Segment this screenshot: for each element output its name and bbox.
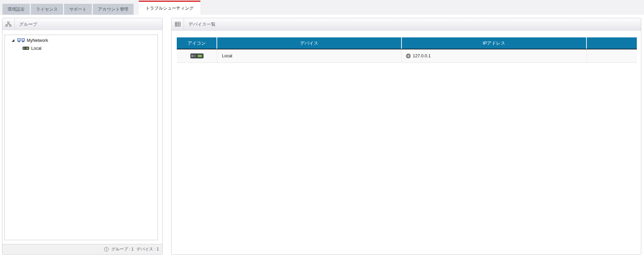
sitemap-icon: [5, 22, 11, 27]
group-panel-icon-cell: [2, 18, 15, 30]
device-count: デバイス : 1: [136, 246, 159, 252]
tree-node-label[interactable]: MyNetwork: [27, 38, 48, 43]
device-table-header: アイコン デバイス IPアドレス: [177, 37, 637, 49]
network-computers-icon: [17, 38, 25, 43]
expander-icon[interactable]: [12, 39, 14, 42]
tab-license[interactable]: ライセンス: [31, 4, 63, 15]
tree-node-label[interactable]: Local: [31, 46, 41, 51]
ip-address-text: 127.0.0.1: [413, 54, 431, 58]
column-header-spacer: [587, 37, 637, 49]
row-spacer-cell: [587, 49, 637, 62]
device-panel-icon-cell: [172, 18, 184, 30]
device-icon-cell: [177, 49, 217, 62]
group-tree: MyNetwork Local: [4, 35, 158, 240]
device-list-panel: デバイス一覧 アイコン デバイス IPアドレス Local: [171, 18, 641, 255]
tab-account-management[interactable]: アカウント管理: [93, 4, 134, 15]
group-count: グループ : 1: [111, 246, 134, 252]
column-header-icon[interactable]: アイコン: [177, 37, 217, 49]
group-tree-area: MyNetwork Local: [2, 30, 162, 244]
device-panel-header: デバイス一覧: [172, 18, 641, 31]
device-panel-title: デバイス一覧: [184, 18, 215, 30]
table-grid-icon: [175, 22, 181, 26]
group-panel: グループ MyNetwork: [2, 18, 163, 255]
group-panel-header: グループ: [2, 18, 162, 31]
tab-strip: 環境設定 ライセンス サポート アカウント管理 トラブルシューティング: [0, 0, 644, 15]
rack-server-icon: [23, 47, 29, 50]
table-row[interactable]: Local 127.0.0.1: [177, 49, 637, 63]
column-header-ip-address[interactable]: IPアドレス: [402, 37, 587, 49]
group-panel-title: グループ: [15, 18, 37, 30]
group-status-bar: グループ : 1 デバイス : 1: [2, 244, 162, 254]
tab-environment-settings[interactable]: 環境設定: [2, 4, 30, 15]
column-header-device[interactable]: デバイス: [217, 37, 402, 49]
device-table: アイコン デバイス IPアドレス Local: [177, 37, 637, 63]
tree-node-mynetwork[interactable]: MyNetwork: [5, 36, 158, 44]
tab-troubleshooting[interactable]: トラブルシューティング: [139, 1, 200, 15]
globe-icon: [406, 54, 411, 58]
tab-support[interactable]: サポート: [64, 4, 92, 15]
device-name-cell: Local: [217, 49, 402, 62]
ip-address-cell: 127.0.0.1: [402, 49, 587, 62]
info-icon: [104, 247, 109, 252]
rack-server-icon: [190, 54, 203, 58]
tree-node-local[interactable]: Local: [5, 44, 158, 52]
